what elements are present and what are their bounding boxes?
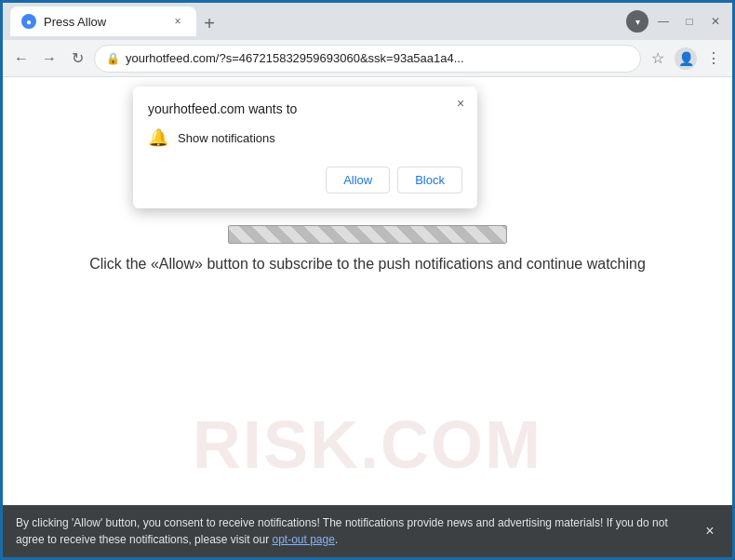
bottom-bar-close-button[interactable]: × xyxy=(699,520,721,542)
url-text: yourhotfeed.com/?s=467215832959693060&ss… xyxy=(126,51,629,65)
tab-bar: ● Press Allow × + xyxy=(10,7,613,36)
minimize-button[interactable]: — xyxy=(654,12,673,31)
url-bar[interactable]: 🔒 yourhotfeed.com/?s=467215832959693060&… xyxy=(94,45,641,73)
page-content: 🔍 ↗ Click the «Allow» button to subscrib… xyxy=(3,77,732,557)
menu-button[interactable]: ⋮ xyxy=(702,47,725,70)
address-bar: ← → ↻ 🔒 yourhotfeed.com/?s=4672158329596… xyxy=(3,40,732,77)
popup-notification-row: 🔔 Show notifications xyxy=(148,127,462,148)
refresh-button[interactable]: ↻ xyxy=(66,47,88,70)
bell-icon: 🔔 xyxy=(148,127,168,148)
popup-title: yourhotfeed.com wants to xyxy=(148,101,462,116)
lock-icon: 🔒 xyxy=(106,52,120,65)
allow-button[interactable]: Allow xyxy=(326,167,390,193)
bottom-bar: By clicking 'Allow' button, you consent … xyxy=(3,505,732,557)
back-button[interactable]: ← xyxy=(10,47,33,70)
active-tab[interactable]: ● Press Allow × xyxy=(10,7,196,36)
tab-close-button[interactable]: × xyxy=(170,14,185,29)
tab-title: Press Allow xyxy=(44,15,106,29)
popup-notification-text: Show notifications xyxy=(178,131,275,145)
close-button[interactable]: ✕ xyxy=(706,12,725,31)
popup-close-button[interactable]: × xyxy=(451,94,470,113)
maximize-button[interactable]: □ xyxy=(680,12,699,31)
profile-dropdown[interactable]: ▾ xyxy=(626,10,648,33)
browser-window: ● Press Allow × + ▾ — □ ✕ ← → ↻ 🔒 yourho… xyxy=(3,3,732,557)
opt-out-link[interactable]: opt-out page xyxy=(272,533,334,546)
cta-text: Click the «Allow» button to subscribe to… xyxy=(61,244,674,285)
notification-popup: × yourhotfeed.com wants to 🔔 Show notifi… xyxy=(133,87,477,208)
popup-buttons: Allow Block xyxy=(148,167,462,193)
forward-button[interactable]: → xyxy=(38,47,60,70)
new-tab-button[interactable]: + xyxy=(196,10,222,36)
bookmark-button[interactable]: ☆ xyxy=(647,47,669,70)
title-bar: ● Press Allow × + ▾ — □ ✕ xyxy=(3,3,732,40)
profile-button[interactable]: 👤 xyxy=(675,47,697,70)
progress-bar xyxy=(228,225,507,244)
block-button[interactable]: Block xyxy=(397,167,462,193)
tab-favicon: ● xyxy=(21,14,36,29)
bottom-bar-text: By clicking 'Allow' button, you consent … xyxy=(16,516,668,546)
window-controls: — □ ✕ xyxy=(654,12,725,31)
